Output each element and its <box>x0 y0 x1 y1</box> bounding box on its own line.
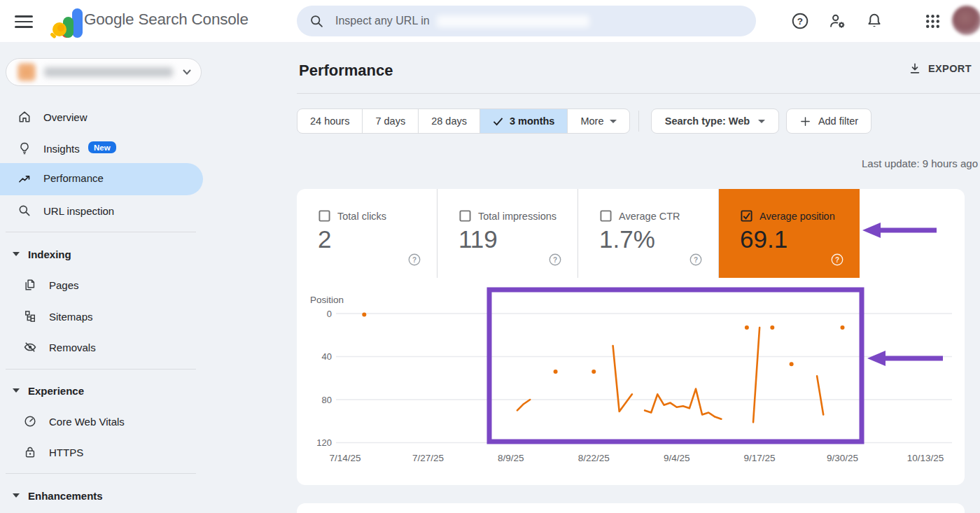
section-label: Indexing <box>28 248 71 260</box>
help-icon[interactable]: ? <box>689 253 703 267</box>
brand-title: Google Search Console <box>84 10 248 29</box>
header-divider <box>297 93 980 94</box>
search-placeholder: Inspect any URL in <box>335 15 430 27</box>
search-console-logo-icon <box>49 4 85 39</box>
metric-average-position[interactable]: Average position 69.1 ? <box>719 189 860 278</box>
checkbox-unchecked-icon[interactable] <box>459 210 471 222</box>
svg-text:9/30/25: 9/30/25 <box>827 453 858 463</box>
svg-text:?: ? <box>797 16 803 27</box>
search-icon <box>309 14 324 29</box>
home-icon <box>18 110 31 124</box>
chevron-down-icon <box>183 69 191 75</box>
help-icon[interactable]: ? <box>830 253 844 267</box>
sidebar-item-sitemaps[interactable]: Sitemaps <box>0 304 203 329</box>
sidebar-section-experience[interactable]: Experience <box>0 379 203 402</box>
lock-icon <box>23 445 37 459</box>
more-label: More <box>580 115 603 127</box>
sidebar-item-label: Overview <box>43 111 88 123</box>
collapse-caret-icon <box>13 252 20 256</box>
sidebar-item-overview[interactable]: Overview <box>0 104 203 129</box>
metric-value: 2 <box>318 225 331 253</box>
sidebar-item-pages[interactable]: Pages <box>0 272 203 297</box>
metric-total-impressions[interactable]: Total impressions 119 ? <box>438 189 578 278</box>
metric-label: Average position <box>760 211 835 222</box>
checkbox-unchecked-icon[interactable] <box>600 210 612 222</box>
range-7-days-button[interactable]: 7 days <box>362 109 418 133</box>
sidebar-section-enhancements[interactable]: Enhancements <box>0 484 203 507</box>
sidebar-item-label: Performance <box>43 172 104 184</box>
svg-text:9/4/25: 9/4/25 <box>664 453 690 463</box>
add-filter-button[interactable]: Add filter <box>786 108 872 134</box>
sidebar-item-label: Core Web Vitals <box>49 416 125 428</box>
checkbox-checked-icon[interactable] <box>741 210 752 222</box>
collapse-caret-icon <box>13 388 20 393</box>
search-type-label: Search type: Web <box>665 115 750 127</box>
svg-text:Position: Position <box>310 295 344 305</box>
blurred-property-url <box>437 15 589 27</box>
svg-text:10/13/25: 10/13/25 <box>907 453 944 463</box>
sidebar-item-performance[interactable]: Performance <box>0 163 203 195</box>
add-filter-label: Add filter <box>818 115 858 127</box>
svg-text:8/22/25: 8/22/25 <box>578 453 610 463</box>
last-update-text: Last update: 9 hours ago <box>862 157 978 169</box>
metric-label: Total clicks <box>337 211 386 222</box>
download-icon <box>908 62 922 76</box>
help-icon[interactable]: ? <box>548 253 562 267</box>
metric-value: 1.7% <box>599 225 655 253</box>
collapse-caret-icon <box>13 493 20 498</box>
range-24-hours-button[interactable]: 24 hours <box>298 109 362 133</box>
lightbulb-icon <box>18 141 31 155</box>
google-search-console-app: Google Search Console Inspect any URL in… <box>0 0 980 513</box>
notifications-bell-icon[interactable] <box>864 10 885 31</box>
check-icon <box>493 117 503 126</box>
sidebar-item-https[interactable]: HTTPS <box>0 440 203 465</box>
checkbox-unchecked-icon[interactable] <box>318 210 330 222</box>
chevron-down-icon <box>758 120 765 123</box>
property-selector[interactable] <box>6 58 202 86</box>
search-type-dropdown[interactable]: Search type: Web <box>651 108 779 134</box>
property-favicon <box>18 63 36 81</box>
trending-up-icon <box>18 172 31 186</box>
svg-text:?: ? <box>412 256 416 264</box>
blurred-property-name <box>44 67 173 77</box>
url-inspection-search-bar[interactable]: Inspect any URL in <box>297 6 756 36</box>
google-apps-grid-icon[interactable] <box>922 10 943 31</box>
sidebar-item-label: URL inspection <box>43 205 114 217</box>
svg-text:80: 80 <box>322 395 332 405</box>
sidebar-item-label: Pages <box>49 279 79 291</box>
sidebar-item-url-inspection[interactable]: URL inspection <box>0 198 203 223</box>
sidebar-divider <box>6 232 196 232</box>
hamburger-menu-icon[interactable] <box>15 12 34 30</box>
chevron-down-icon <box>610 120 617 123</box>
help-icon[interactable]: ? <box>407 253 421 267</box>
range-label: 3 months <box>510 115 554 127</box>
range-28-days-button[interactable]: 28 days <box>418 109 479 133</box>
more-ranges-button[interactable]: More <box>567 109 629 133</box>
sidebar-divider <box>6 369 196 370</box>
position-chart[interactable]: 04080120Position7/14/257/27/258/9/258/22… <box>297 278 965 485</box>
sidebar-item-label: Removals <box>49 342 96 353</box>
sidebar-section-indexing[interactable]: Indexing <box>0 243 203 265</box>
range-3-months-button[interactable]: 3 months <box>479 109 567 133</box>
help-icon[interactable]: ? <box>790 10 811 31</box>
sidebar-item-insights[interactable]: Insights New <box>0 136 203 161</box>
gauge-icon <box>23 414 37 428</box>
sidebar-divider <box>6 473 196 474</box>
plus-icon <box>799 115 811 127</box>
metric-label: Average CTR <box>619 211 680 222</box>
metric-total-clicks[interactable]: Total clicks 2 ? <box>297 189 438 278</box>
avatar[interactable] <box>952 6 980 35</box>
sidebar: Overview Insights New Performance URL <box>0 42 210 513</box>
svg-text:9/17/25: 9/17/25 <box>744 453 776 463</box>
sidebar-item-label: Sitemaps <box>49 311 93 323</box>
svg-text:?: ? <box>835 256 839 264</box>
user-settings-icon[interactable] <box>827 10 848 31</box>
metric-value: 119 <box>458 225 498 253</box>
svg-text:40: 40 <box>322 351 332 362</box>
next-card-edge <box>297 503 965 513</box>
sidebar-item-core-web-vitals[interactable]: Core Web Vitals <box>0 409 203 434</box>
metric-label: Total impressions <box>478 211 556 222</box>
metric-average-ctr[interactable]: Average CTR 1.7% ? <box>578 189 719 278</box>
export-button[interactable]: EXPORT <box>908 62 972 76</box>
sidebar-item-removals[interactable]: Removals <box>0 335 203 360</box>
